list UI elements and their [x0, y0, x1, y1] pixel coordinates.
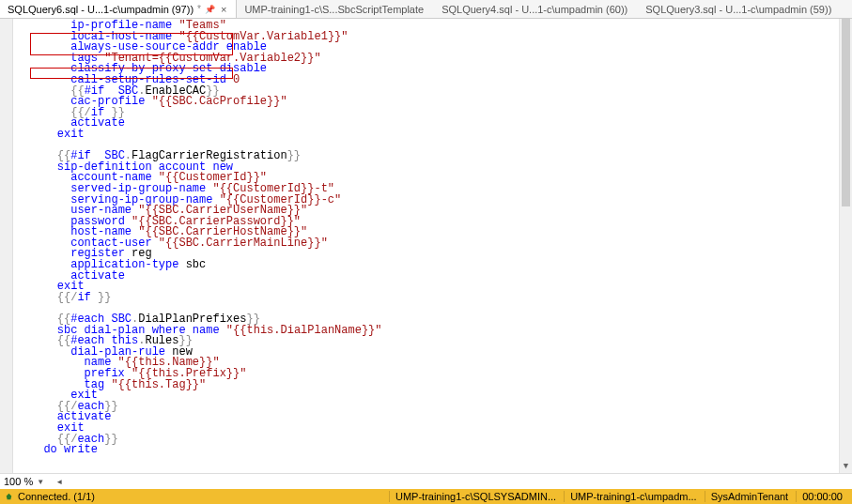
tab-label: SQLQuery4.sql - U...1-c\umpadmin (60))	[441, 4, 627, 15]
tab-label: UMP-training1-c\S...SbcScriptTemplate	[244, 4, 424, 15]
close-icon[interactable]: ×	[221, 4, 226, 15]
tab-sqlquery6[interactable]: SQLQuery6.sql - U...1-c\umpadmin (97)) *…	[0, 0, 237, 18]
tab-sqlquery4[interactable]: SQLQuery4.sql - U...1-c\umpadmin (60))	[434, 0, 638, 18]
status-time: 00:00:00	[796, 491, 848, 502]
pin-icon[interactable]: 📌	[205, 5, 215, 14]
vertical-scrollbar[interactable]: ▲ ▼	[839, 19, 852, 473]
connection-status: Connected. (1/1)	[18, 491, 95, 502]
zoom-left-icon[interactable]: ◄	[54, 478, 65, 486]
tab-sqlquery3[interactable]: SQLQuery3.sql - U...1-c\umpadmin (59))	[638, 0, 842, 18]
tab-label: SQLQuery6.sql - U...1-c\umpadmin (97))	[8, 4, 194, 15]
editor: ip-profile-name "Teams" local-host-name …	[0, 19, 852, 473]
unsaved-indicator: *	[197, 4, 201, 14]
zoom-bar: 100 % ▼ ◄	[0, 473, 852, 489]
scrollbar-thumb[interactable]	[842, 19, 850, 206]
status-server: UMP-training1-c\SQLSYSADMIN...	[389, 491, 562, 502]
gutter	[0, 19, 13, 473]
zoom-level[interactable]: 100 %	[4, 476, 33, 487]
zoom-dropdown-icon[interactable]: ▼	[35, 478, 46, 486]
status-user: UMP-training1-c\umpadm...	[564, 491, 703, 502]
tab-label: SQLQuery3.sql - U...1-c\umpadmin (59))	[645, 4, 831, 15]
status-right: UMP-training1-c\SQLSYSADMIN... UMP-train…	[389, 491, 848, 502]
scroll-down-icon[interactable]: ▼	[840, 460, 852, 473]
tab-sbcscripttemplate[interactable]: UMP-training1-c\S...SbcScriptTemplate	[237, 0, 434, 18]
connected-icon	[4, 492, 14, 502]
status-database: SysAdminTenant	[705, 491, 795, 502]
status-left: Connected. (1/1)	[4, 491, 95, 502]
code-area[interactable]: ip-profile-name "Teams" local-host-name …	[13, 19, 839, 473]
status-bar: Connected. (1/1) UMP-training1-c\SQLSYSA…	[0, 489, 852, 504]
tab-bar: SQLQuery6.sql - U...1-c\umpadmin (97)) *…	[0, 0, 852, 19]
